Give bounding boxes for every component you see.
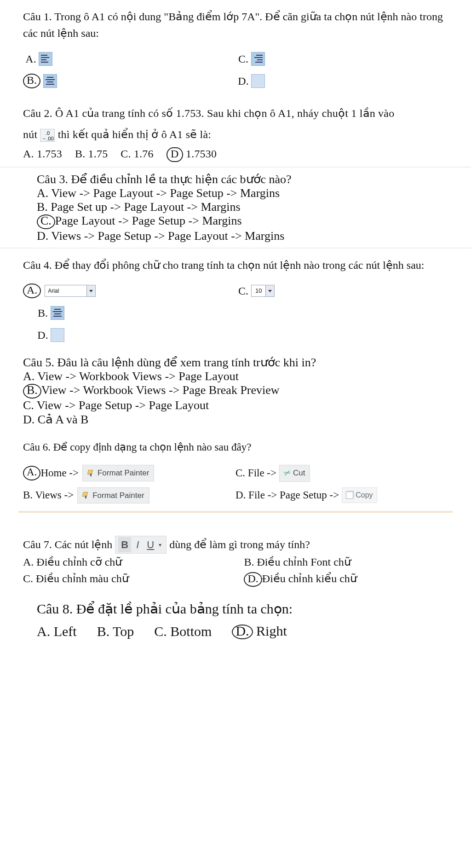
- bold-icon: B: [118, 537, 131, 552]
- q2-prompt-line2: nút .0→.00 thì kết quả hiển thị ở ô A1 s…: [23, 126, 448, 143]
- q6-D: D. File -> Page Setup ->: [236, 487, 339, 503]
- q2-D: DD 1.7530 1.7530: [167, 145, 217, 162]
- q8-A: A. Left: [37, 624, 77, 639]
- question-8: Câu 8. Để đặt lề phải của bảng tính ta c…: [0, 591, 471, 658]
- merge-center-icon: [51, 328, 64, 342]
- q6-prompt: Câu 6. Để copy định dạng ta chọn lệnh nà…: [23, 440, 448, 456]
- question-6: Câu 6. Để copy định dạng ta chọn lệnh nà…: [0, 431, 471, 511]
- scissors-icon: ✂: [282, 466, 293, 480]
- q3-C-text: Page Layout -> Page Setup -> Margins: [55, 214, 242, 227]
- font-size-value: 10: [252, 286, 265, 295]
- q3-D: D. Views -> Page Setup -> Page Layout ->…: [37, 229, 434, 243]
- q6-B: B. Views ->: [23, 487, 74, 503]
- font-name-value: Arial: [45, 287, 86, 295]
- q3-prompt: Câu 3. Để điều chỉnh lề ta thực hiện các…: [37, 172, 434, 186]
- q6-option-A: A. Home -> Format Painter: [23, 465, 236, 482]
- q2-prompt-line1: Câu 2. Ô A1 của trang tính có số 1.753. …: [23, 105, 448, 122]
- q7-options: A. Điều chỉnh cỡ chữ B. Điều chỉnh Font …: [23, 554, 448, 587]
- circled-choice: D.: [232, 625, 253, 639]
- paintbrush-icon: [82, 492, 90, 498]
- q8-options: A. Left B. Top C. Bottom D. Right: [37, 623, 434, 639]
- question-1: Câu 1. Trong ô A1 có nội dung "Bảng điểm…: [0, 0, 471, 97]
- q4-options: A. Arial C. 10 B. D.: [23, 280, 448, 346]
- q5-D: D. Cả A và B: [23, 412, 448, 427]
- q6-A-text: Home ->: [40, 465, 79, 481]
- q4-option-C: C. 10: [236, 283, 448, 299]
- label-D: D.: [236, 73, 251, 89]
- q7-B: B. Điều chỉnh Font chữ: [244, 554, 448, 570]
- q3-A: A. View -> Page Layout -> Page Setup -> …: [37, 186, 434, 200]
- q8-D-text: Right: [253, 623, 287, 638]
- circled-choice: C.: [37, 214, 55, 229]
- q2-C: C. 1.76: [121, 145, 153, 162]
- q2-options: A. 1.753 B. 1.75 C. 1.76 DD 1.7530 1.753…: [23, 145, 448, 162]
- font-name-selector-icon: Arial: [45, 285, 96, 297]
- q7-tail: dùng để làm gì trong máy tính?: [169, 538, 310, 550]
- q6-options: A. Home -> Format Painter C. File -> ✂Cu…: [23, 462, 448, 507]
- q7-D: D.Điều chỉnh kiểu chữ: [244, 570, 448, 587]
- q5-B-text: View -> Workbook Views -> Page Break Pre…: [41, 383, 280, 397]
- q4-option-B: B.: [23, 305, 247, 321]
- q7-prompt: Câu 7. Các nút lệnh B I U ▾ dùng để làm …: [23, 536, 448, 554]
- q2-nut: nút: [23, 128, 37, 140]
- font-size-selector-icon: 10: [251, 285, 275, 297]
- q1-option-C: C.: [236, 51, 448, 67]
- q8-prompt: Câu 8. Để đặt lề phải của bảng tính ta c…: [37, 601, 434, 617]
- q7-C: C. Điều chỉnh màu chữ: [23, 570, 244, 587]
- question-3: Câu 3. Để điều chỉnh lề ta thực hiện các…: [0, 167, 471, 249]
- format-painter-button-icon: Format Painter: [82, 465, 154, 481]
- q2-rest: thì kết quả hiển thị ở ô A1 sẽ là:: [58, 128, 211, 140]
- q7-D-text: Điều chỉnh kiểu chữ: [262, 573, 357, 584]
- label-C: C.: [236, 51, 251, 67]
- increase-decimal-icon: .0→.00: [40, 129, 55, 142]
- q1-option-A: A.: [23, 51, 236, 67]
- q5-A: A. View -> Workbook Views -> Page Layout: [23, 370, 448, 383]
- q3-B: B. Page Set up -> Page Layout -> Margins: [37, 200, 434, 214]
- q6-option-D: D. File -> Page Setup -> Copy: [236, 487, 448, 504]
- biu-buttons-icon: B I U ▾: [115, 536, 167, 554]
- q4-option-D: D.: [23, 327, 247, 343]
- copy-button-icon: Copy: [342, 487, 377, 503]
- chevron-down-icon: [265, 285, 274, 296]
- format-painter-label: Format Painter: [98, 467, 149, 479]
- align-center-icon: [51, 306, 64, 320]
- q1-option-D: D.: [236, 73, 448, 89]
- q6-option-C: C. File -> ✂Cut: [236, 465, 448, 482]
- q1-options: A. C. B. D.: [23, 48, 448, 92]
- question-7: Câu 7. Các nút lệnh B I U ▾ dùng để làm …: [0, 513, 471, 591]
- q2-B: B. 1.75: [75, 145, 108, 162]
- circled-choice: A.: [23, 284, 41, 298]
- underline-icon: U: [144, 537, 157, 552]
- q7-A: A. Điều chỉnh cỡ chữ: [23, 554, 244, 570]
- q8-D: D. Right: [232, 623, 287, 639]
- align-left-icon: [39, 52, 52, 66]
- label-C: C.: [236, 283, 251, 299]
- copy-label: Copy: [356, 490, 373, 501]
- merge-center-icon: [251, 74, 265, 88]
- label-A: A.: [23, 51, 39, 67]
- label-B: B.: [35, 305, 51, 321]
- label-D: D.: [35, 327, 51, 343]
- chevron-down-icon: [86, 285, 95, 296]
- question-2: Câu 2. Ô A1 của trang tính có số 1.753. …: [0, 97, 471, 167]
- q2-A: A. 1.753: [23, 145, 62, 162]
- italic-icon: I: [131, 537, 144, 552]
- circled-choice: D.: [244, 572, 262, 587]
- q8-B: B. Top: [97, 624, 134, 639]
- q6-option-B: B. Views -> Format Painter: [23, 487, 236, 504]
- copy-icon: [346, 492, 353, 499]
- circled-choice: B.: [23, 384, 41, 399]
- q6-C: C. File ->: [236, 465, 276, 481]
- q4-prompt: Câu 4. Để thay đổi phông chữ cho trang t…: [23, 257, 448, 273]
- q5-prompt: Câu 5. Đâu là câu lệnh dùng để xem trang…: [23, 355, 448, 370]
- q1-option-B: B.: [23, 73, 236, 89]
- q1-prompt: Câu 1. Trong ô A1 có nội dung "Bảng điểm…: [23, 8, 448, 41]
- q7-lead: Câu 7. Các nút lệnh: [23, 538, 112, 550]
- circled-choice: B.: [23, 74, 40, 88]
- align-center-icon: [43, 74, 57, 88]
- q5-C: C. View -> Page Setup -> Page Layout: [23, 399, 448, 412]
- q8-C: C. Bottom: [154, 624, 212, 639]
- q5-B: B.View -> Workbook Views -> Page Break P…: [23, 383, 448, 399]
- chevron-down-icon: ▾: [157, 541, 163, 549]
- paintbrush-icon: [87, 470, 95, 476]
